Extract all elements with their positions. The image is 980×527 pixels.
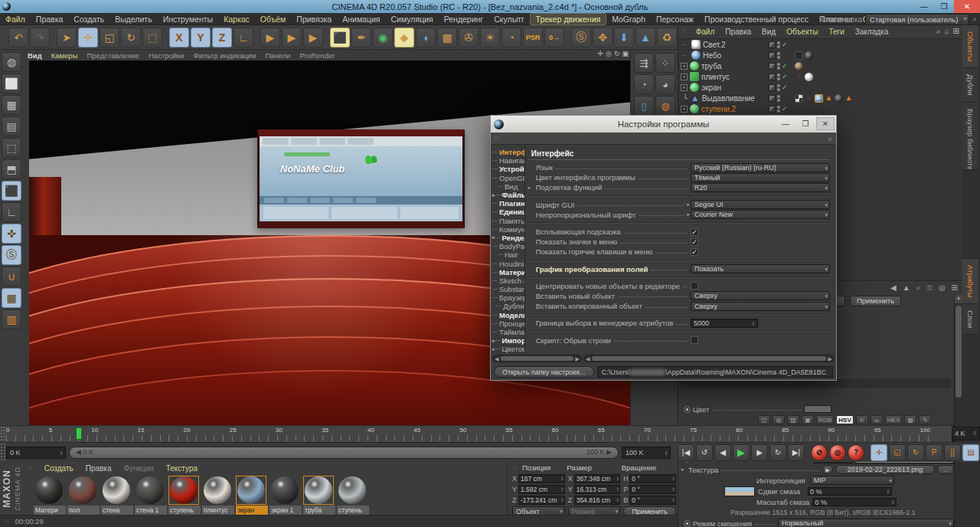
settings-category-Houdini Engine[interactable]: Houdini Engine	[492, 259, 524, 267]
last-tools-icon[interactable]: ⬚	[142, 28, 162, 47]
close-button[interactable]: ✕	[954, 0, 980, 13]
blend-mode-dropdown[interactable]: Нормальный	[778, 519, 954, 527]
wheel-icon[interactable]: ◍	[773, 415, 785, 424]
trash-icon[interactable]: ▯	[634, 96, 654, 116]
zoom-view-icon[interactable]: ◎	[606, 50, 612, 57]
goto-start-button[interactable]: |◀	[678, 444, 694, 461]
submenu-arrow-icon[interactable]: ▸	[687, 211, 690, 218]
uv-sphere-icon[interactable]: ◍	[655, 96, 675, 116]
visibility-toggle[interactable]	[769, 52, 776, 59]
timeline-marker[interactable]	[76, 427, 82, 440]
setting-dropdown-Вставить новый объект[interactable]: Сверху	[691, 291, 830, 300]
enabled-check-icon[interactable]: ✓	[782, 105, 788, 113]
fields-icon[interactable]: ◖	[416, 28, 436, 47]
dots-orange-tag[interactable]: ⁘	[795, 73, 803, 81]
maximize-view-icon[interactable]: ▣	[622, 50, 629, 57]
om-menu-Объекты[interactable]: Объекты	[781, 28, 823, 36]
object-row[interactable]: +экран✓	[678, 82, 962, 93]
recycle-icon[interactable]: ♻	[657, 28, 677, 47]
home-icon[interactable]: ⌂	[945, 27, 949, 36]
coord-field-Размер-X[interactable]: 367.348 cm	[574, 474, 621, 483]
move-tool-icon[interactable]: ✛	[78, 28, 98, 47]
rotate-tool-icon[interactable]: ↻	[121, 28, 141, 47]
visibility-toggle[interactable]	[769, 74, 776, 80]
blur-offset-field[interactable]: 0 %	[808, 487, 892, 496]
settings-category-BodyPaint 3D[interactable]: BodyPaint 3D	[492, 242, 524, 250]
convert-icon[interactable]: ◍	[2, 52, 21, 72]
setting-dropdown-Язык[interactable]: Русский (Russian) (ru-RU)	[691, 163, 830, 172]
edges-mode-icon[interactable]: ⬒	[2, 159, 21, 179]
expand-icon[interactable]: +	[681, 84, 688, 91]
enabled-check-icon[interactable]: ✓	[782, 83, 788, 91]
material-menu-Функция[interactable]: Функция	[118, 464, 160, 473]
enabled-check-icon[interactable]: ✓	[782, 41, 788, 48]
render-picture-viewer-icon[interactable]: ▶	[282, 28, 302, 47]
dialog-title-bar[interactable]: Настройки программы — ❐ ✕	[491, 116, 836, 133]
open-prefs-folder-button[interactable]: Открыть папку настроек...	[494, 366, 594, 378]
expand-icon[interactable]: +	[681, 63, 688, 70]
material-item[interactable]: экран	[236, 476, 268, 515]
lock-x-axis-icon[interactable]: X	[169, 28, 189, 47]
psr-transfer-icon[interactable]: PSR	[523, 28, 543, 47]
texture-file-button[interactable]: 2019-02-22_222613.png	[835, 465, 935, 474]
live-selection-icon[interactable]: ➤	[57, 28, 77, 47]
material-item[interactable]: стена 1	[135, 476, 167, 515]
settings-category-Моделирование и Скульпт[interactable]: Моделирование и Скульпт	[492, 311, 524, 319]
transfer-tool[interactable]: ⇶	[634, 53, 654, 73]
tri-tag[interactable]: ▲	[844, 94, 853, 103]
settings-category-Файлы[interactable]: ▸Файлы	[492, 191, 524, 199]
setting-dropdown-Шрифт GUI[interactable]: Segoe UI	[691, 200, 830, 209]
setting-checkbox-Всплывающая подсказка[interactable]: ✓	[691, 228, 698, 236]
planar-workplane-icon[interactable]: ▥	[2, 309, 21, 329]
visibility-toggle[interactable]	[769, 95, 776, 102]
hex-mode[interactable]: HEX	[885, 415, 902, 424]
coord-field-Вращение-B[interactable]: 0 °	[629, 496, 676, 505]
deformers-icon[interactable]: ◆	[394, 28, 414, 47]
enabled-check-icon[interactable]: ✓	[782, 62, 788, 70]
record-scale-toggle[interactable]: ◱	[889, 444, 906, 461]
submenu-arrow-icon[interactable]: ▸	[687, 201, 690, 208]
ball-face-tag[interactable]	[795, 62, 803, 70]
material-item[interactable]: ступень	[168, 476, 201, 515]
menu-item-Анимация[interactable]: Анимация	[337, 14, 385, 25]
search-icon[interactable]: ⌕	[828, 134, 836, 143]
timeline-ruler[interactable]: 0510152025303540455055606570758085909510…	[0, 425, 952, 442]
texture-mode-icon[interactable]: ▩	[2, 95, 21, 115]
kelvin-mode[interactable]: K	[856, 415, 868, 424]
record-parameter-toggle[interactable]: P	[926, 444, 942, 461]
timeline-frame-field[interactable]: 4 K	[952, 427, 980, 440]
settings-category-Плагины[interactable]: Плагины	[492, 199, 524, 208]
workplane-mode-icon[interactable]: ▤	[2, 116, 21, 136]
setting-checkbox-Показать значки в меню[interactable]: ✓	[691, 238, 698, 246]
menu-item-Каркас[interactable]: Каркас	[218, 14, 255, 25]
search-icon[interactable]: ⌕	[936, 27, 941, 36]
back-icon[interactable]: ◀	[890, 283, 897, 293]
setting-number-Граница выбора в менеджере атрибутов[interactable]: 5000	[691, 319, 758, 328]
setting-checkbox-Скрипт: Обрыв строки[interactable]	[691, 336, 698, 344]
axis-mode-icon[interactable]: ∟	[2, 202, 21, 222]
model-mode-icon[interactable]: ⬜	[2, 74, 21, 93]
material-item[interactable]: экран 1	[270, 476, 302, 515]
tex-sel-tag[interactable]	[815, 94, 823, 103]
material-item[interactable]: Матери	[34, 476, 66, 515]
tab-Атрибуты[interactable]: Атрибуты	[962, 259, 978, 304]
mixer-icon[interactable]: ⚌	[871, 415, 883, 424]
object-row[interactable]: −Свет.2✓	[678, 39, 962, 50]
reset-psr-icon[interactable]: 0→	[544, 28, 564, 47]
swatches-icon[interactable]: ▦	[904, 415, 916, 424]
checker-tag[interactable]	[795, 94, 803, 103]
ball-dark-tag[interactable]	[805, 51, 813, 60]
next-frame-button[interactable]: ▶	[751, 444, 768, 461]
settings-category-Память[interactable]: Память	[492, 217, 524, 225]
settings-category-Рендер[interactable]: ▸Рендер	[492, 234, 524, 242]
keyframe-selection-button[interactable]: ?	[848, 444, 864, 461]
tweak-mode-icon[interactable]: ✜	[2, 224, 21, 244]
record-position-toggle[interactable]: ✛	[871, 444, 887, 461]
settings-category-Вид[interactable]: Вид	[492, 182, 524, 191]
goto-end-button[interactable]: ▶|	[788, 444, 805, 461]
om-menu-Вид[interactable]: Вид	[756, 28, 781, 36]
lock-workplane-icon[interactable]: ▦	[2, 288, 21, 308]
drag-handle[interactable]: ⁙	[23, 465, 38, 472]
spectrum-icon[interactable]: ▨	[787, 415, 799, 424]
drag-handle[interactable]	[0, 443, 6, 462]
